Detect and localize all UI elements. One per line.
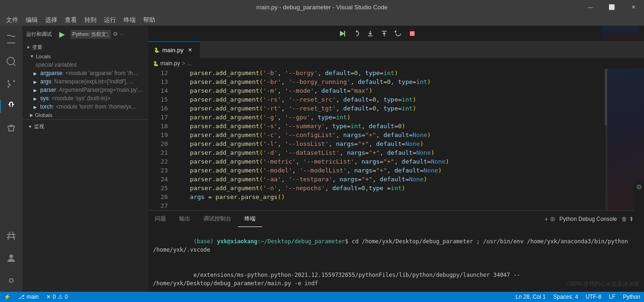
status-ln-col[interactable]: Ln 28, Col 1 [512, 294, 550, 300]
tab-close-button[interactable]: ✕ [187, 46, 194, 54]
activity-icon-source-control[interactable] [0, 73, 22, 95]
svg-rect-6 [344, 31, 345, 36]
menubar-item-选择[interactable]: 选择 [42, 14, 61, 26]
step-out-button[interactable] [378, 27, 391, 40]
stop-button[interactable] [406, 27, 419, 40]
watch-label: 监视 [34, 123, 44, 130]
menubar-item-编辑[interactable]: 编辑 [22, 14, 42, 26]
status-encoding[interactable]: UTF-8 [582, 294, 605, 300]
code-line-23: parser.add_argument('-model', '--modelLi… [173, 166, 605, 175]
menubar-item-运行[interactable]: 运行 [100, 14, 120, 26]
svg-point-0 [7, 57, 14, 65]
code-editor: 1213141516 1718192021 2223242526 27 28 2… [148, 69, 644, 210]
globals-header[interactable]: ▶ Globals [22, 111, 148, 119]
terminal-line-2: e/extensions/ms-python.python-2021.12.15… [153, 262, 639, 292]
var-parser[interactable]: ▶ parser: ArgumentParser(prog='main.py'.… [22, 86, 148, 94]
code-line-13: parser.add_argument('-br', '--borgy_runn… [173, 77, 605, 86]
activity-icon-settings[interactable] [0, 269, 22, 292]
restart-button[interactable] [392, 27, 405, 40]
config-selector[interactable]: Python: 当前文', [70, 30, 111, 39]
code-line-15: parser.add_argument('-rs', '--reset_src'… [173, 95, 605, 104]
tab-icon: 🐍 [154, 48, 159, 53]
menubar-item-终端[interactable]: 终端 [120, 14, 139, 26]
split-terminal-icon[interactable]: ⊞ [550, 216, 555, 222]
status-eol[interactable]: LF [605, 294, 619, 300]
svg-point-4 [7, 86, 9, 88]
expand-icon: ▶ [34, 105, 37, 110]
menubar-item-文件[interactable]: 文件 [2, 14, 22, 26]
code-line-16: parser.add_argument('-rt', '--reset_tgt'… [173, 104, 605, 113]
var-argparse[interactable]: ▶ argparse: <module 'argparse' from '/h.… [22, 69, 148, 77]
status-spaces[interactable]: Spaces: 4 [549, 294, 582, 300]
chevron-down-icon-locals: ▼ [30, 54, 34, 59]
more-icon[interactable]: ··· [120, 31, 124, 37]
activity-icon-extensions[interactable] [0, 117, 22, 140]
terminal-base-label: (base) [194, 238, 217, 245]
var-args[interactable]: ▶ args: Namespace(expList=['indfdf'], ..… [22, 77, 148, 86]
close-button[interactable]: ✕ [623, 0, 644, 14]
status-debug-item[interactable]: ⚡ [0, 292, 14, 302]
svg-rect-7 [410, 31, 415, 36]
code-line-19: parser.add_argument('-c', '--configList'… [173, 130, 605, 139]
panel-tab-output[interactable]: 输出 [173, 211, 197, 227]
expand-icon: ▶ [34, 88, 37, 93]
maximize-button[interactable]: ⬜ [601, 0, 623, 14]
titlebar-controls: — ⬜ ✕ [580, 0, 644, 14]
status-right: Ln 28, Col 1 Spaces: 4 UTF-8 LF Python [512, 294, 644, 300]
terminal-user-host: yxk@xiaokang [217, 238, 257, 245]
step-over-button[interactable] [350, 27, 363, 40]
breadcrumb-file[interactable]: main.py [160, 60, 180, 67]
watch-header[interactable]: ▼ 监视 [26, 122, 145, 131]
sidebar: 运行和调试 ▶ Python: 当前文', ⚙ ··· ▼ 变量 ▼ Local… [22, 26, 148, 292]
terminal-content[interactable]: (base) yxk@xiaokang:~/Desktop/debug_para… [148, 227, 644, 292]
expand-icon: ▶ [34, 96, 37, 101]
add-terminal-icon[interactable]: + [544, 215, 548, 223]
minimize-button[interactable]: — [580, 0, 601, 14]
panel-tab-terminal[interactable]: 终端 [238, 211, 262, 227]
menubar-item-查看[interactable]: 查看 [61, 14, 81, 26]
activity-icon-test[interactable] [0, 225, 22, 247]
breadcrumb-separator: > [182, 60, 185, 67]
panel-tab-problems[interactable]: 问题 [148, 211, 173, 227]
var-sys[interactable]: ▶ sys: <module 'sys' (built-in)> [22, 94, 148, 103]
debug-top-toolbar [148, 26, 644, 42]
code-line-21: parser.add_argument('-d', '--datasetList… [173, 148, 605, 157]
globals-label: Globals [35, 112, 52, 118]
kill-terminal-icon[interactable]: 🗑 [622, 216, 627, 222]
menubar-item-转到[interactable]: 转到 [81, 14, 100, 26]
step-into-button[interactable] [364, 27, 377, 40]
status-language[interactable]: Python [619, 294, 644, 300]
titlebar: main.py - debug_parameter - Visual Studi… [0, 0, 644, 14]
var-torch[interactable]: ▶ torch: <module 'torch' from '/home/yx.… [22, 103, 148, 111]
code-line-17: parser.add_argument('-g', '--gpu', type=… [173, 113, 605, 122]
settings-icon[interactable]: ⚙ [113, 31, 118, 37]
panel-settings-icon[interactable]: ⚙ [636, 183, 642, 191]
svg-point-5 [9, 254, 13, 258]
activity-icon-debug[interactable] [0, 95, 22, 117]
panel-tab-debug-console[interactable]: 调试控制台 [197, 211, 238, 227]
continue-button[interactable] [336, 27, 349, 40]
maximize-panel-icon[interactable]: ⬆ [629, 216, 634, 222]
variables-label: 变量 [32, 44, 42, 51]
tab-label: main.py [162, 47, 184, 54]
menubar-item-帮助[interactable]: 帮助 [139, 14, 159, 26]
svg-line-1 [14, 64, 15, 66]
status-branch-item[interactable]: ⎇ main [14, 292, 42, 302]
variables-header[interactable]: ▼ 变量 [22, 42, 148, 52]
start-debug-button[interactable]: ▶ [55, 27, 69, 41]
variables-tree: ▼ Locals special variables ▶ argparse: <… [22, 52, 148, 119]
activity-icon-account[interactable] [0, 247, 22, 269]
activity-icon-files[interactable] [0, 28, 22, 50]
code-content[interactable]: parser.add_argument('-b', '--borgy', def… [172, 69, 607, 210]
chevron-right-icon: ▶ [30, 113, 33, 117]
scrollbar-thumb[interactable] [605, 69, 607, 126]
status-errors-item[interactable]: ✕ 0 ⚠ 0 [42, 292, 71, 302]
special-variables-item[interactable]: special variables [22, 61, 148, 69]
tab-main-py[interactable]: 🐍 main.py ✕ [148, 41, 200, 58]
panel-tab-row: 问题 输出 调试控制台 终端 + ⊞ Python Debug Console [148, 211, 644, 227]
breadcrumb-context[interactable]: ... [187, 60, 192, 67]
code-line-25: parser.add_argument('-n', '--nepochs', d… [173, 184, 605, 192]
locals-header[interactable]: ▼ Locals [22, 52, 148, 61]
code-line-26: args = parser.parse_args() [173, 192, 605, 201]
activity-icon-search[interactable] [0, 50, 22, 73]
